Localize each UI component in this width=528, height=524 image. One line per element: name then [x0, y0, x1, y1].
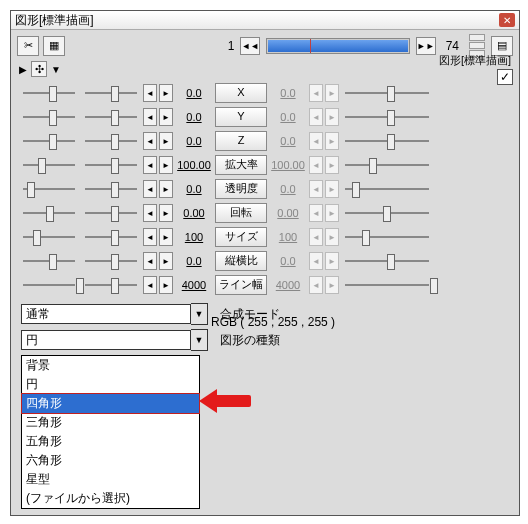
slider-left-scale[interactable] [21, 156, 77, 174]
inc-x[interactable]: ► [159, 84, 173, 102]
dec-line[interactable]: ◄ [143, 276, 157, 294]
slider-mid-scale[interactable] [83, 156, 139, 174]
target-icon[interactable]: ✣ [31, 61, 47, 77]
shape-combo[interactable]: 円 [21, 330, 191, 350]
slider-mid-y[interactable] [83, 108, 139, 126]
dec-size[interactable]: ◄ [143, 228, 157, 246]
value-y[interactable]: 0.0 [175, 111, 213, 123]
slider-right-alpha[interactable] [343, 180, 431, 198]
slider-left-size[interactable] [21, 228, 77, 246]
slider-right-z[interactable] [343, 132, 431, 150]
slider-mid-x[interactable] [83, 84, 139, 102]
value-rot[interactable]: 0.00 [175, 207, 213, 219]
slider-right-scale[interactable] [343, 156, 431, 174]
timeline[interactable] [266, 38, 409, 54]
dropdown-item-7[interactable]: (ファイルから選択) [22, 489, 199, 508]
label-button-ratio[interactable]: 縦横比 [215, 251, 267, 271]
rgb-value[interactable]: RGB ( 255 , 255 , 255 ) [211, 315, 509, 329]
label-button-alpha[interactable]: 透明度 [215, 179, 267, 199]
value2-alpha[interactable]: 0.0 [269, 183, 307, 195]
value2-ratio[interactable]: 0.0 [269, 255, 307, 267]
dropdown-item-0[interactable]: 背景 [22, 356, 199, 375]
slider-right-line[interactable] [343, 276, 431, 294]
image-icon[interactable]: ▦ [43, 36, 65, 56]
dec-y[interactable]: ◄ [143, 108, 157, 126]
dropdown-item-4[interactable]: 五角形 [22, 432, 199, 451]
slider-right-x[interactable] [343, 84, 431, 102]
inc-line[interactable]: ► [159, 276, 173, 294]
dec-alpha[interactable]: ◄ [143, 180, 157, 198]
inc2-scale[interactable]: ► [325, 156, 339, 174]
dec2-ratio[interactable]: ◄ [309, 252, 323, 270]
label-button-y[interactable]: Y [215, 107, 267, 127]
dec2-z[interactable]: ◄ [309, 132, 323, 150]
label-button-scale[interactable]: 拡大率 [215, 155, 267, 175]
slider-mid-ratio[interactable] [83, 252, 139, 270]
dec2-rot[interactable]: ◄ [309, 204, 323, 222]
value-alpha[interactable]: 0.0 [175, 183, 213, 195]
skip-first-button[interactable]: ◄◄ [240, 37, 260, 55]
inc2-size[interactable]: ► [325, 228, 339, 246]
value2-scale[interactable]: 100.00 [269, 159, 307, 171]
blend-combo[interactable]: 通常 [21, 304, 191, 324]
cut-icon[interactable]: ✂ [17, 36, 39, 56]
label-button-x[interactable]: X [215, 83, 267, 103]
inc2-rot[interactable]: ► [325, 204, 339, 222]
slider-left-alpha[interactable] [21, 180, 77, 198]
label-button-size[interactable]: サイズ [215, 227, 267, 247]
dec2-x[interactable]: ◄ [309, 84, 323, 102]
expand-down-icon[interactable]: ▼ [51, 64, 61, 75]
inc-y[interactable]: ► [159, 108, 173, 126]
slider-right-y[interactable] [343, 108, 431, 126]
inc2-z[interactable]: ► [325, 132, 339, 150]
skip-last-button[interactable]: ►► [416, 37, 436, 55]
slider-left-rot[interactable] [21, 204, 77, 222]
inc2-x[interactable]: ► [325, 84, 339, 102]
dropdown-item-6[interactable]: 星型 [22, 470, 199, 489]
inc-rot[interactable]: ► [159, 204, 173, 222]
value-scale[interactable]: 100.00 [175, 159, 213, 171]
slider-left-z[interactable] [21, 132, 77, 150]
slider-right-rot[interactable] [343, 204, 431, 222]
value-line[interactable]: 4000 [175, 279, 213, 291]
dropdown-item-1[interactable]: 円 [22, 375, 199, 394]
dropdown-item-5[interactable]: 六角形 [22, 451, 199, 470]
expand-right-icon[interactable]: ▶ [19, 64, 27, 75]
inc2-ratio[interactable]: ► [325, 252, 339, 270]
inc2-alpha[interactable]: ► [325, 180, 339, 198]
slider-left-x[interactable] [21, 84, 77, 102]
inc-alpha[interactable]: ► [159, 180, 173, 198]
inc-ratio[interactable]: ► [159, 252, 173, 270]
dec2-line[interactable]: ◄ [309, 276, 323, 294]
label-button-line[interactable]: ライン幅 [215, 275, 267, 295]
inc-z[interactable]: ► [159, 132, 173, 150]
inc-size[interactable]: ► [159, 228, 173, 246]
slider-mid-z[interactable] [83, 132, 139, 150]
value2-x[interactable]: 0.0 [269, 87, 307, 99]
dec-x[interactable]: ◄ [143, 84, 157, 102]
inc2-y[interactable]: ► [325, 108, 339, 126]
inc-scale[interactable]: ► [159, 156, 173, 174]
stack-mid[interactable] [469, 42, 485, 49]
titlebar[interactable]: 図形[標準描画] ✕ [11, 11, 519, 30]
shape-dropdown[interactable]: 背景円四角形三角形五角形六角形星型(ファイルから選択) [21, 355, 200, 509]
dec2-y[interactable]: ◄ [309, 108, 323, 126]
dec-ratio[interactable]: ◄ [143, 252, 157, 270]
dec2-size[interactable]: ◄ [309, 228, 323, 246]
shape-combo-button[interactable]: ▼ [191, 329, 208, 351]
label-button-rot[interactable]: 回転 [215, 203, 267, 223]
value2-line[interactable]: 4000 [269, 279, 307, 291]
value2-rot[interactable]: 0.00 [269, 207, 307, 219]
value-x[interactable]: 0.0 [175, 87, 213, 99]
inc2-line[interactable]: ► [325, 276, 339, 294]
slider-left-ratio[interactable] [21, 252, 77, 270]
visible-checkbox[interactable]: ✓ [497, 69, 513, 85]
dec2-alpha[interactable]: ◄ [309, 180, 323, 198]
slider-right-ratio[interactable] [343, 252, 431, 270]
slider-left-y[interactable] [21, 108, 77, 126]
dec-scale[interactable]: ◄ [143, 156, 157, 174]
dec-rot[interactable]: ◄ [143, 204, 157, 222]
slider-right-size[interactable] [343, 228, 431, 246]
blend-combo-button[interactable]: ▼ [191, 303, 208, 325]
slider-mid-rot[interactable] [83, 204, 139, 222]
